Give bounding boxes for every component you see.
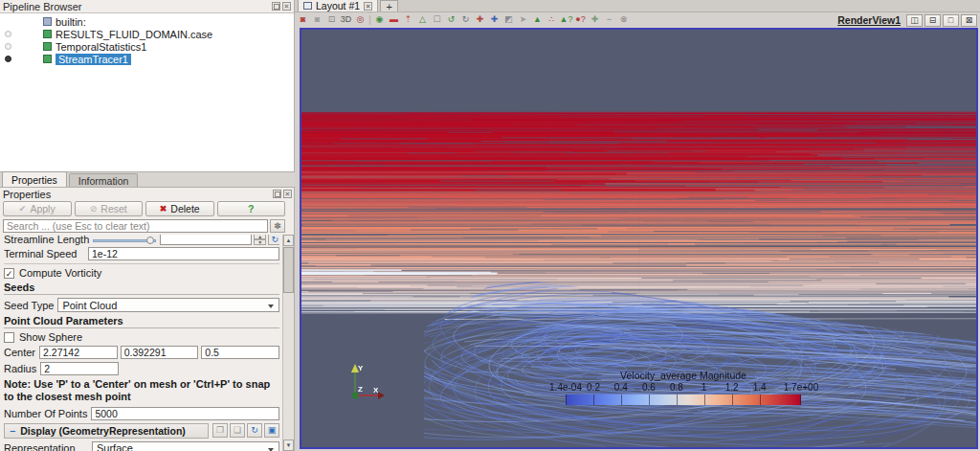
visibility-eye-icon[interactable] (5, 31, 11, 37)
reload-properties-icon[interactable]: ↻ (247, 423, 262, 438)
hide-center-icon[interactable]: ⊗ (616, 13, 631, 26)
display-section-header: − Display (GeometryRepresentation) ❐ ❏ ↻… (4, 423, 279, 439)
pipeline-item-label: RESULTS_FLUID_DOMAIN.case (56, 29, 212, 40)
view-plus-z-icon[interactable]: ▲ (530, 13, 545, 26)
properties-scrollbar[interactable]: ▲ ▼ (282, 235, 294, 451)
copy-properties-icon[interactable]: ❐ (212, 423, 228, 438)
legend-tick-label: 0.4 (614, 382, 628, 393)
zoom-to-data-icon[interactable]: ◎ (353, 13, 368, 26)
scroll-down-icon[interactable]: ▼ (283, 440, 294, 451)
apply-button[interactable]: ✔Apply (3, 201, 72, 216)
number-of-points-input[interactable] (91, 407, 279, 420)
compute-vorticity-label: Compute Vorticity (19, 267, 101, 279)
layout-tab[interactable]: Layout #1 ✕ (298, 0, 378, 11)
view-plus-y-icon[interactable]: ◩ (501, 13, 516, 26)
reset-center-icon[interactable]: − (602, 13, 616, 26)
x-axis-arrowhead (378, 392, 385, 399)
z-axis-label: Z (358, 385, 363, 394)
pipeline-item-streamtracer1[interactable]: StreamTracer1 (0, 53, 294, 65)
display-section-toggle[interactable]: − Display (GeometryRepresentation) (4, 423, 209, 439)
tab-properties[interactable]: Properties (2, 171, 67, 187)
properties-panel-header: Properties ✕ (0, 188, 295, 200)
center-z-input[interactable] (201, 346, 279, 359)
zoom-to-box-icon[interactable]: ▬ (387, 13, 401, 26)
center-x-input[interactable] (39, 346, 118, 359)
rotate-right-icon[interactable]: ↻ (458, 13, 473, 26)
view-minus-y-icon[interactable]: ➤ (516, 13, 530, 26)
close-panel-icon[interactable]: ✕ (283, 190, 292, 198)
terminal-speed-input[interactable] (88, 247, 279, 260)
radius-label: Radius (4, 363, 40, 374)
layout-tabbar: Layout #1 ✕ + (295, 0, 980, 12)
seed-type-select[interactable]: Point Cloud (57, 298, 279, 312)
close-view-button[interactable]: ⊠ (961, 14, 977, 27)
representation-select[interactable]: Surface (92, 441, 279, 451)
undock-icon[interactable] (272, 2, 280, 11)
render-view-title[interactable]: RenderView1 (837, 14, 901, 26)
streamline-length-slider[interactable] (93, 236, 156, 245)
view-plus-x-icon[interactable]: ✚ (473, 13, 487, 26)
divider (4, 263, 279, 264)
number-of-points-label: Number Of Points (4, 408, 91, 419)
scroll-up-icon[interactable]: ▲ (283, 235, 294, 246)
capture-screenshot-icon[interactable]: ⊡ (324, 13, 339, 26)
source-cube-icon (43, 17, 52, 26)
save-screenshot-icon[interactable]: ◙ (296, 13, 310, 26)
legend-tick-mark (593, 395, 594, 405)
delete-button[interactable]: ✖Delete (145, 201, 214, 216)
reset-button[interactable]: ⊘Reset (75, 201, 144, 216)
view-minus-z-icon[interactable]: ∴ (545, 13, 559, 26)
close-layout-icon[interactable]: ✕ (364, 2, 372, 11)
help-button[interactable]: ? (217, 201, 286, 216)
legend-tick-mark (800, 395, 801, 405)
display-section-buttons: ❐ ❏ ↻ ▣ (212, 423, 279, 438)
close-panel-icon[interactable]: ✕ (282, 2, 291, 11)
reset-camera-closest-icon[interactable]: ⇡ (401, 13, 415, 26)
center-y-input[interactable] (121, 346, 199, 359)
split-vertical-button[interactable]: ⊟ (924, 14, 941, 27)
visibility-eye-icon[interactable] (5, 43, 11, 50)
set-view-direction-icon[interactable]: ▲? (559, 13, 573, 26)
maximize-view-button[interactable]: □ (943, 14, 959, 27)
split-horizontal-button[interactable]: ◫ (906, 14, 923, 27)
add-layout-tab[interactable]: + (380, 0, 398, 11)
legend-tick-labels: 1.4e-040.20.40.60.811.21.41.7e+00 (566, 382, 801, 394)
pipeline-tree: builtin: RESULTS_FLUID_DOMAIN.case Tempo… (0, 12, 294, 172)
legend-title: Velocity_average Magnitude (566, 370, 801, 381)
toggle-2d3d-icon[interactable]: 3D (339, 13, 353, 26)
legend-tick-mark (621, 395, 622, 405)
compute-vorticity-checkbox[interactable]: ✓ (4, 268, 14, 279)
pipeline-item-results-fluid-domain-case[interactable]: RESULTS_FLUID_DOMAIN.case (0, 28, 294, 40)
legend-tick-label: 1 (702, 382, 707, 393)
reset-camera-icon[interactable]: ◉ (372, 13, 387, 26)
undock-icon[interactable] (273, 190, 281, 198)
show-sphere-checkbox[interactable] (4, 332, 14, 343)
pipeline-item-builtin[interactable]: builtin: (0, 15, 294, 28)
paste-properties-icon[interactable]: ❏ (230, 423, 245, 438)
left-dock: Pipeline Browser ✕ builtin: RESULTS_FLUI… (0, 0, 295, 451)
collapse-icon: − (10, 425, 15, 437)
search-input[interactable] (3, 219, 268, 233)
pipeline-item-temporalstatistics1[interactable]: TemporalStatistics1 (0, 40, 294, 53)
adjust-camera-icon[interactable]: ☐ (430, 13, 444, 26)
streamline-length-input[interactable] (160, 235, 252, 245)
zoom-closest-to-data-icon[interactable]: △ (415, 13, 430, 26)
spinbox-arrows[interactable]: ▲▼ (254, 235, 266, 245)
legend-tick-mark (732, 395, 733, 405)
color-legend[interactable]: Velocity_average Magnitude 1.4e-040.20.4… (566, 370, 801, 405)
rotate-left-icon[interactable]: ↺ (444, 13, 458, 26)
render-viewport[interactable]: Y X Z Velocity_average Magnitude 1.4e-04… (300, 28, 978, 449)
visibility-eye-icon[interactable] (5, 56, 11, 62)
legend-tick-label: 1.4 (753, 382, 767, 393)
radius-input[interactable] (40, 362, 119, 375)
tab-information[interactable]: Information (69, 173, 139, 187)
pick-center-icon[interactable]: ●? (573, 13, 588, 26)
show-center-icon[interactable]: ✚ (588, 13, 602, 26)
search-options-gear-icon[interactable]: ✽ (270, 219, 285, 233)
copy-screenshot-icon[interactable]: ◙ (310, 13, 324, 26)
view-minus-x-icon[interactable]: ✚ (487, 13, 501, 26)
reset-to-default-icon[interactable]: ↻ (268, 235, 279, 245)
source-cube-icon (43, 42, 52, 51)
save-defaults-icon[interactable]: ▣ (264, 423, 279, 438)
scrollbar-thumb[interactable] (283, 247, 294, 293)
